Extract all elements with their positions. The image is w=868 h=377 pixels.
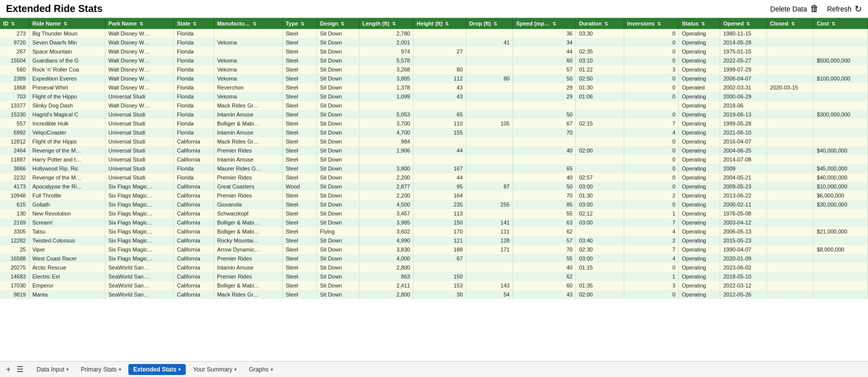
tab-data-input[interactable]: Data Input ▾ — [31, 364, 73, 375]
col-header-cost[interactable]: Cost ⇅ — [814, 18, 868, 29]
cell-type: Steel — [282, 74, 317, 83]
cell-inversions: 0 — [624, 155, 679, 164]
cell-park_name: Universal Studi — [105, 155, 173, 164]
cell-inversions: 0 — [624, 92, 679, 101]
cell-design: Sit Down — [317, 47, 359, 56]
cell-design: Sit Down — [317, 191, 359, 200]
cell-height: 153 — [414, 281, 466, 290]
table-row[interactable]: 25ViperSix Flags Magic…CaliforniaArrow D… — [0, 245, 868, 254]
cell-duration: 01:15 — [576, 263, 624, 272]
tab-extended-stats[interactable]: Extended Stats ▾ — [128, 364, 186, 375]
cell-height: 44 — [414, 146, 466, 155]
col-header-drop[interactable]: Drop (ft) ⇅ — [466, 18, 513, 29]
cell-closed: 2020-03-15 — [767, 83, 814, 92]
table-row[interactable]: 273Big Thunder MounWalt Disney W…Florida… — [0, 29, 868, 38]
col-header-speed[interactable]: Speed (mp… ⇅ — [513, 18, 576, 29]
cell-opened: 2009 — [720, 164, 767, 173]
table-row[interactable]: 615GoliathSix Flags Magic…CaliforniaGiov… — [0, 200, 868, 209]
tab-menu-button[interactable]: ☰ — [14, 364, 25, 375]
cell-manufacturer: Premier Rides — [214, 173, 282, 182]
table-row[interactable]: 11887Harry Potter and t…Universal StudiC… — [0, 155, 868, 164]
table-row[interactable]: 6992VelqciCoasterUniversal StudiFloridaI… — [0, 128, 868, 137]
cell-ride_name: Viper — [29, 245, 105, 254]
cell-inversions: 0 — [624, 137, 679, 146]
cell-inversions: 7 — [624, 218, 679, 227]
table-container[interactable]: ID ⇅ Ride Name ⇅ Park Name ⇅ State ⇅ Man… — [0, 18, 868, 361]
col-header-opened[interactable]: Opened ⇅ — [720, 18, 767, 29]
cell-manufacturer: Intamin Amuse — [214, 263, 282, 272]
delete-data-button[interactable]: Delete Data 🗑 — [770, 4, 819, 14]
table-row[interactable]: 9720Seven Dwarfs MinWalt Disney W…Florid… — [0, 38, 868, 47]
cell-height: 188 — [414, 245, 466, 254]
table-row[interactable]: 16588West Coast RacerSix Flags Magic…Cal… — [0, 254, 868, 263]
cell-id: 15330 — [0, 110, 29, 119]
cell-closed — [767, 263, 814, 272]
cell-closed — [767, 191, 814, 200]
cell-id: 2389 — [0, 74, 29, 83]
tab-your-summary[interactable]: Your Summary ▾ — [188, 364, 242, 375]
col-header-state[interactable]: State ⇅ — [174, 18, 214, 29]
col-header-height[interactable]: Height (ft) ⇅ — [414, 18, 466, 29]
tab-graphs[interactable]: Graphs ▾ — [244, 364, 278, 375]
col-header-type[interactable]: Type ⇅ — [282, 18, 317, 29]
table-row[interactable]: 13377Slinky Dog DashWalt Disney W…Florid… — [0, 101, 868, 110]
cell-drop: 80 — [466, 74, 513, 83]
table-row[interactable]: 14683Electric EelSeaWorld San…California… — [0, 272, 868, 281]
table-row[interactable]: 12812Flight of the HippoUniversal StudiC… — [0, 137, 868, 146]
col-header-inversions[interactable]: Inversions ⇅ — [624, 18, 679, 29]
cell-length: 974 — [359, 47, 414, 56]
table-row[interactable]: 9819MantaSeaWorld San…CaliforniaMack Rid… — [0, 290, 868, 299]
cell-design: Sit Down — [317, 173, 359, 182]
cell-length: 4,700 — [359, 128, 414, 137]
table-row[interactable]: 17030EmperorSeaWorld San…CaliforniaBolli… — [0, 281, 868, 290]
table-row[interactable]: 560Rock 'n' Roller CoaWalt Disney W…Flor… — [0, 65, 868, 74]
table-row[interactable]: 2232Revenge of the M…Universal StudiFlor… — [0, 173, 868, 182]
col-header-design[interactable]: Design ⇅ — [317, 18, 359, 29]
table-row[interactable]: 1868Primeval WhirlWalt Disney W…FloridaR… — [0, 83, 868, 92]
cell-inversions: 0 — [624, 173, 679, 182]
cell-inversions: 0 — [624, 83, 679, 92]
col-header-park-name[interactable]: Park Name ⇅ — [105, 18, 173, 29]
cell-type: Steel — [282, 101, 317, 110]
table-row[interactable]: 15504Guardians of the GWalt Disney W…Flo… — [0, 56, 868, 65]
table-row[interactable]: 2169Scream!Six Flags Magic…CaliforniaBol… — [0, 218, 868, 227]
table-row[interactable]: 10948Full ThrottleSix Flags Magic…Califo… — [0, 191, 868, 200]
tab-primary-stats[interactable]: Primary Stats ▾ — [76, 364, 126, 375]
table-row[interactable]: 4173Apocalypse the Ri…Six Flags Magic…Ca… — [0, 182, 868, 191]
add-tab-button[interactable]: + — [4, 364, 12, 375]
col-header-length[interactable]: Length (ft) ⇅ — [359, 18, 414, 29]
cell-drop: 105 — [466, 119, 513, 128]
col-header-duration[interactable]: Duration ⇅ — [576, 18, 624, 29]
col-header-ride-name[interactable]: Ride Name ⇅ — [29, 18, 105, 29]
cell-status: Operating — [679, 56, 720, 65]
table-row[interactable]: 703Flight of the HippoUniversal StudiFlo… — [0, 92, 868, 101]
table-row[interactable]: 15330Hagrid's Magical CUniversal StudiFl… — [0, 110, 868, 119]
cell-id: 9720 — [0, 38, 29, 47]
col-header-status[interactable]: Status ⇅ — [679, 18, 720, 29]
table-row[interactable]: 557Incredible HulkUniversal StudiFlorida… — [0, 119, 868, 128]
cell-park_name: Universal Studi — [105, 146, 173, 155]
col-header-manufacturer[interactable]: Manufactu… ⇅ — [214, 18, 282, 29]
table-row[interactable]: 2464Revenge of the M…Universal StudiCali… — [0, 146, 868, 155]
table-row[interactable]: 267Space MountainWalt Disney W…FloridaSt… — [0, 47, 868, 56]
cell-design: Sit Down — [317, 290, 359, 299]
cell-speed: 85 — [513, 200, 576, 209]
cell-design: Sit Down — [317, 38, 359, 47]
table-row[interactable]: 20275Arctic RescueSeaWorld San…Californi… — [0, 263, 868, 272]
cell-id: 2169 — [0, 218, 29, 227]
col-header-id[interactable]: ID ⇅ — [0, 18, 29, 29]
cell-type: Steel — [282, 110, 317, 119]
cell-design: Sit Down — [317, 164, 359, 173]
table-row[interactable]: 3866Hollywood Rip, RicUniversal StudiFlo… — [0, 164, 868, 173]
cell-closed — [767, 245, 814, 254]
cell-height — [414, 38, 466, 47]
cell-type: Steel — [282, 92, 317, 101]
table-row[interactable]: 130New RevolutionSix Flags Magic…Califor… — [0, 209, 868, 218]
cell-speed: 70 — [513, 191, 576, 200]
col-header-closed[interactable]: Closed ⇅ — [767, 18, 814, 29]
cell-height: 113 — [414, 209, 466, 218]
table-row[interactable]: 12282Twisted ColossusSix Flags Magic…Cal… — [0, 236, 868, 245]
refresh-button[interactable]: Refresh ↻ — [827, 4, 862, 14]
table-row[interactable]: 3305TatsuSix Flags Magic…CaliforniaBolli… — [0, 227, 868, 236]
table-row[interactable]: 2389Expedition EveresWalt Disney W…Flori… — [0, 74, 868, 83]
